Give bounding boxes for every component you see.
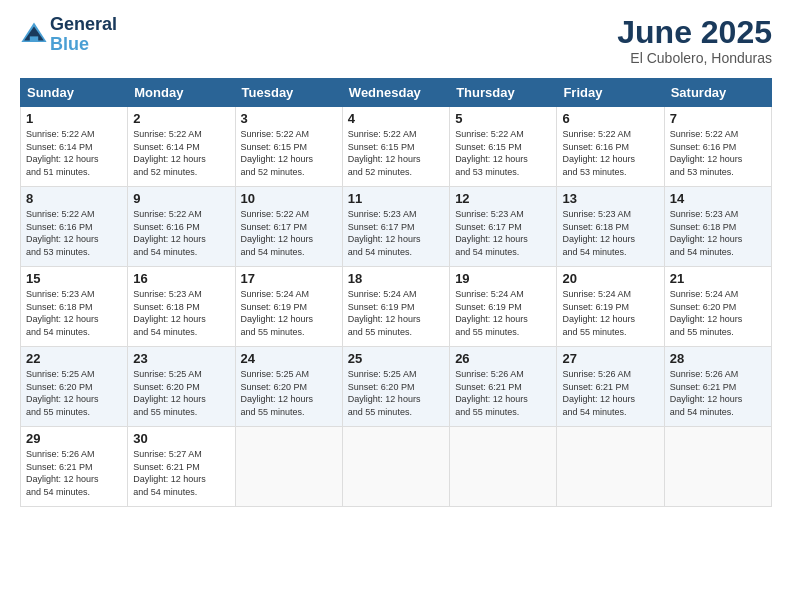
day-info: Sunrise: 5:22 AM Sunset: 6:16 PM Dayligh…	[133, 208, 229, 258]
day-number: 2	[133, 111, 229, 126]
table-row: 26Sunrise: 5:26 AM Sunset: 6:21 PM Dayli…	[450, 347, 557, 427]
table-row: 5Sunrise: 5:22 AM Sunset: 6:15 PM Daylig…	[450, 107, 557, 187]
table-row: 1Sunrise: 5:22 AM Sunset: 6:14 PM Daylig…	[21, 107, 128, 187]
day-number: 10	[241, 191, 337, 206]
title-block: June 2025 El Cubolero, Honduras	[617, 15, 772, 66]
day-info: Sunrise: 5:24 AM Sunset: 6:19 PM Dayligh…	[348, 288, 444, 338]
day-info: Sunrise: 5:23 AM Sunset: 6:18 PM Dayligh…	[562, 208, 658, 258]
day-number: 27	[562, 351, 658, 366]
table-row: 15Sunrise: 5:23 AM Sunset: 6:18 PM Dayli…	[21, 267, 128, 347]
table-row	[664, 427, 771, 507]
col-tuesday: Tuesday	[235, 79, 342, 107]
col-friday: Friday	[557, 79, 664, 107]
table-row: 25Sunrise: 5:25 AM Sunset: 6:20 PM Dayli…	[342, 347, 449, 427]
day-number: 3	[241, 111, 337, 126]
day-info: Sunrise: 5:25 AM Sunset: 6:20 PM Dayligh…	[26, 368, 122, 418]
day-number: 26	[455, 351, 551, 366]
day-info: Sunrise: 5:27 AM Sunset: 6:21 PM Dayligh…	[133, 448, 229, 498]
day-info: Sunrise: 5:22 AM Sunset: 6:17 PM Dayligh…	[241, 208, 337, 258]
col-thursday: Thursday	[450, 79, 557, 107]
day-info: Sunrise: 5:23 AM Sunset: 6:18 PM Dayligh…	[670, 208, 766, 258]
table-row: 27Sunrise: 5:26 AM Sunset: 6:21 PM Dayli…	[557, 347, 664, 427]
day-number: 29	[26, 431, 122, 446]
day-info: Sunrise: 5:22 AM Sunset: 6:15 PM Dayligh…	[241, 128, 337, 178]
day-number: 4	[348, 111, 444, 126]
day-info: Sunrise: 5:22 AM Sunset: 6:14 PM Dayligh…	[133, 128, 229, 178]
day-number: 7	[670, 111, 766, 126]
day-info: Sunrise: 5:22 AM Sunset: 6:16 PM Dayligh…	[26, 208, 122, 258]
day-info: Sunrise: 5:25 AM Sunset: 6:20 PM Dayligh…	[241, 368, 337, 418]
day-info: Sunrise: 5:23 AM Sunset: 6:17 PM Dayligh…	[348, 208, 444, 258]
day-number: 11	[348, 191, 444, 206]
table-row: 20Sunrise: 5:24 AM Sunset: 6:19 PM Dayli…	[557, 267, 664, 347]
calendar-week-row: 1Sunrise: 5:22 AM Sunset: 6:14 PM Daylig…	[21, 107, 772, 187]
page-header: General Blue June 2025 El Cubolero, Hond…	[20, 15, 772, 66]
day-info: Sunrise: 5:26 AM Sunset: 6:21 PM Dayligh…	[670, 368, 766, 418]
day-info: Sunrise: 5:22 AM Sunset: 6:16 PM Dayligh…	[562, 128, 658, 178]
day-info: Sunrise: 5:26 AM Sunset: 6:21 PM Dayligh…	[562, 368, 658, 418]
day-info: Sunrise: 5:24 AM Sunset: 6:19 PM Dayligh…	[562, 288, 658, 338]
table-row: 30Sunrise: 5:27 AM Sunset: 6:21 PM Dayli…	[128, 427, 235, 507]
table-row: 21Sunrise: 5:24 AM Sunset: 6:20 PM Dayli…	[664, 267, 771, 347]
table-row: 23Sunrise: 5:25 AM Sunset: 6:20 PM Dayli…	[128, 347, 235, 427]
calendar-week-row: 15Sunrise: 5:23 AM Sunset: 6:18 PM Dayli…	[21, 267, 772, 347]
day-info: Sunrise: 5:22 AM Sunset: 6:15 PM Dayligh…	[455, 128, 551, 178]
table-row: 16Sunrise: 5:23 AM Sunset: 6:18 PM Dayli…	[128, 267, 235, 347]
calendar-week-row: 29Sunrise: 5:26 AM Sunset: 6:21 PM Dayli…	[21, 427, 772, 507]
day-number: 17	[241, 271, 337, 286]
day-info: Sunrise: 5:26 AM Sunset: 6:21 PM Dayligh…	[26, 448, 122, 498]
day-number: 20	[562, 271, 658, 286]
day-number: 6	[562, 111, 658, 126]
table-row: 17Sunrise: 5:24 AM Sunset: 6:19 PM Dayli…	[235, 267, 342, 347]
day-number: 9	[133, 191, 229, 206]
calendar-header-row: Sunday Monday Tuesday Wednesday Thursday…	[21, 79, 772, 107]
table-row: 12Sunrise: 5:23 AM Sunset: 6:17 PM Dayli…	[450, 187, 557, 267]
table-row: 11Sunrise: 5:23 AM Sunset: 6:17 PM Dayli…	[342, 187, 449, 267]
day-number: 30	[133, 431, 229, 446]
day-info: Sunrise: 5:24 AM Sunset: 6:20 PM Dayligh…	[670, 288, 766, 338]
day-info: Sunrise: 5:22 AM Sunset: 6:16 PM Dayligh…	[670, 128, 766, 178]
logo-text-general: General	[50, 15, 117, 35]
day-number: 13	[562, 191, 658, 206]
day-info: Sunrise: 5:22 AM Sunset: 6:14 PM Dayligh…	[26, 128, 122, 178]
day-number: 21	[670, 271, 766, 286]
day-number: 1	[26, 111, 122, 126]
day-number: 14	[670, 191, 766, 206]
day-number: 19	[455, 271, 551, 286]
table-row: 2Sunrise: 5:22 AM Sunset: 6:14 PM Daylig…	[128, 107, 235, 187]
table-row	[450, 427, 557, 507]
table-row: 8Sunrise: 5:22 AM Sunset: 6:16 PM Daylig…	[21, 187, 128, 267]
day-number: 25	[348, 351, 444, 366]
location: El Cubolero, Honduras	[617, 50, 772, 66]
day-info: Sunrise: 5:22 AM Sunset: 6:15 PM Dayligh…	[348, 128, 444, 178]
col-wednesday: Wednesday	[342, 79, 449, 107]
table-row	[342, 427, 449, 507]
day-number: 28	[670, 351, 766, 366]
day-info: Sunrise: 5:25 AM Sunset: 6:20 PM Dayligh…	[133, 368, 229, 418]
logo: General Blue	[20, 15, 117, 55]
svg-rect-2	[30, 36, 38, 42]
table-row: 6Sunrise: 5:22 AM Sunset: 6:16 PM Daylig…	[557, 107, 664, 187]
col-sunday: Sunday	[21, 79, 128, 107]
day-info: Sunrise: 5:24 AM Sunset: 6:19 PM Dayligh…	[241, 288, 337, 338]
table-row: 9Sunrise: 5:22 AM Sunset: 6:16 PM Daylig…	[128, 187, 235, 267]
table-row: 10Sunrise: 5:22 AM Sunset: 6:17 PM Dayli…	[235, 187, 342, 267]
logo-text-blue: Blue	[50, 35, 117, 55]
col-monday: Monday	[128, 79, 235, 107]
logo-icon	[20, 21, 48, 49]
table-row: 28Sunrise: 5:26 AM Sunset: 6:21 PM Dayli…	[664, 347, 771, 427]
table-row: 18Sunrise: 5:24 AM Sunset: 6:19 PM Dayli…	[342, 267, 449, 347]
calendar-table: Sunday Monday Tuesday Wednesday Thursday…	[20, 78, 772, 507]
page-container: General Blue June 2025 El Cubolero, Hond…	[0, 0, 792, 517]
day-info: Sunrise: 5:23 AM Sunset: 6:17 PM Dayligh…	[455, 208, 551, 258]
day-number: 15	[26, 271, 122, 286]
day-number: 22	[26, 351, 122, 366]
calendar-week-row: 22Sunrise: 5:25 AM Sunset: 6:20 PM Dayli…	[21, 347, 772, 427]
day-number: 18	[348, 271, 444, 286]
day-number: 5	[455, 111, 551, 126]
table-row: 29Sunrise: 5:26 AM Sunset: 6:21 PM Dayli…	[21, 427, 128, 507]
table-row: 19Sunrise: 5:24 AM Sunset: 6:19 PM Dayli…	[450, 267, 557, 347]
table-row: 7Sunrise: 5:22 AM Sunset: 6:16 PM Daylig…	[664, 107, 771, 187]
day-number: 24	[241, 351, 337, 366]
day-info: Sunrise: 5:23 AM Sunset: 6:18 PM Dayligh…	[26, 288, 122, 338]
